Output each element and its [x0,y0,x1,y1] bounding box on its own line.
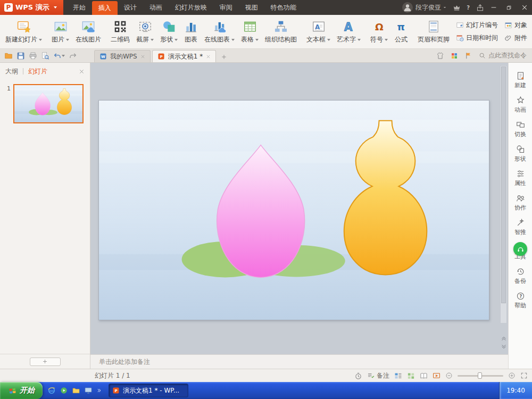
zoom-out-button[interactable] [445,372,453,379]
media-player-icon[interactable] [60,386,68,395]
membership-icon[interactable] [451,0,462,15]
zoom-in-button[interactable] [508,372,516,379]
ribbon-picture-button[interactable]: 图片 [48,16,72,47]
undo-button[interactable] [52,51,66,61]
print-preview-button[interactable] [39,51,51,61]
previous-slide-button[interactable] [501,335,507,342]
notes-toggle[interactable]: 备注 [367,371,389,380]
add-slide-button[interactable] [30,358,61,366]
ribbon-table-button[interactable]: 表格 [238,16,262,47]
next-slide-button[interactable] [501,344,507,350]
ribbon-formula-button[interactable]: π公式 [391,16,411,47]
editing-canvas[interactable] [90,63,508,354]
ribbon-screenshot-button[interactable]: 截屏 [133,16,157,47]
command-search[interactable]: 点此查找命令 [479,51,527,60]
sidebar-collaborate-button[interactable]: 协作 [509,190,532,215]
taskbar-window-button[interactable]: P 演示文稿1 * - WP... [109,384,188,397]
slide-thumbnail[interactable] [13,84,84,123]
flag-icon[interactable] [464,52,472,60]
sidebar-new-button[interactable]: 新建 [509,68,532,93]
outline-tab[interactable]: 大纲 [5,67,18,76]
explorer-icon[interactable] [72,386,80,395]
slide[interactable] [98,100,489,320]
reading-view-button[interactable] [420,372,428,380]
close-panel-icon[interactable] [79,69,85,74]
slides-tab[interactable]: 幻灯片 [28,67,47,76]
document-tab-bar: W我的WPSP演示文稿1 * 点此查找命令 [0,49,532,63]
sidebar-backup-button[interactable]: 备份 [509,264,532,288]
sidebar-shape-button[interactable]: 形状 [509,142,532,166]
ribbon-attachment-button[interactable]: 附件 [504,34,527,43]
ribbon-org-chart-button[interactable]: 组织结构图 [262,16,300,47]
ribbon-chart-button[interactable]: 图表 [181,16,201,47]
show-desktop-icon[interactable] [84,386,93,395]
side-collab-icon [516,194,525,203]
save-button[interactable] [15,51,27,61]
document-tab-my-wps[interactable]: W我的WPS [94,50,151,62]
menu-tab-animation[interactable]: 动画 [143,0,169,15]
ribbon-online-picture-button[interactable]: 在线图片 [72,16,104,47]
menu-tab-slideshow[interactable]: 幻灯片放映 [169,0,213,15]
ribbon-header-footer-button[interactable]: 页眉和页脚 [414,16,453,47]
menu-tab-insert[interactable]: 插入 [92,1,118,15]
sidebar-smart-recommend-button[interactable]: 智推 [509,215,532,239]
internet-explorer-icon[interactable] [47,386,56,395]
ribbon-symbol-button[interactable]: Ω符号 [367,16,391,47]
zoom-slider[interactable] [458,375,503,377]
ribbon-button-label: 幻灯片编号 [466,21,498,30]
ribbon-datetime-button[interactable]: 日期和时间 [456,34,498,43]
vertical-scrollbar[interactable] [500,65,507,323]
restore-button[interactable] [501,0,517,15]
slide-sorter-view-button[interactable] [407,372,415,380]
menu-tab-view[interactable]: 视图 [239,0,264,15]
skin-icon[interactable] [436,52,444,60]
minimize-button[interactable] [486,0,501,15]
zoom-slider-handle[interactable] [478,372,482,379]
sidebar-properties-button[interactable]: 属性 [509,166,532,190]
print-button[interactable] [27,51,39,61]
notes-area[interactable]: 单击此处添加备注 [90,354,508,369]
menu-tab-review[interactable]: 审阅 [213,0,239,15]
close-tab-icon[interactable] [140,54,145,59]
close-button[interactable] [517,0,532,15]
ribbon-new-slide-button[interactable]: 新建幻灯片 [2,16,45,47]
sidebar-help-button[interactable]: ?帮助 [509,288,532,313]
menu-tab-special-features[interactable]: 特色功能 [264,0,303,15]
ribbon-button-label: 在线图片 [76,35,101,44]
start-button[interactable]: 开始 [0,382,43,399]
sidebar-animation-button[interactable]: 动画 [509,93,532,117]
customer-service-badge[interactable] [513,242,527,256]
feedback-icon[interactable] [474,0,486,15]
document-tab-document1[interactable]: P演示文稿1 * [152,50,216,62]
rehearse-timer-icon[interactable] [354,372,362,380]
ribbon-shapes-button[interactable]: 形状 [157,16,181,47]
ribbon-textbox-button[interactable]: A文本框 [303,16,334,47]
textbox-icon: A [312,19,326,34]
close-tab-icon[interactable] [206,54,211,59]
slideshow-button[interactable] [433,372,440,380]
chart-icon [184,19,198,34]
apps-grid-icon[interactable] [451,52,458,60]
ribbon-qrcode-button[interactable]: 二维码 [107,16,133,47]
wps-app-menu[interactable]: P WPS 演示 [0,0,63,15]
header-footer-icon [427,19,440,34]
user-name[interactable]: 段字俊亚 [415,3,441,12]
quick-launch-expand-icon[interactable] [96,388,102,393]
menu-tab-design[interactable]: 设计 [118,0,143,15]
scrollbar-thumb[interactable] [501,66,506,303]
ribbon-online-chart-button[interactable]: 在线图表 [201,16,238,47]
help-icon[interactable]: ? [462,0,474,15]
user-avatar[interactable] [402,2,413,13]
menu-tab-home[interactable]: 开始 [66,0,92,15]
normal-view-button[interactable] [394,372,402,380]
open-button[interactable] [3,51,14,61]
ribbon-object-button[interactable]: 对象 [504,21,527,30]
ribbon-wordart-button[interactable]: A艺术字 [334,16,364,47]
new-tab-button[interactable] [219,52,229,62]
folder-icon [4,52,13,60]
sidebar-transition-button[interactable]: 切换 [509,117,532,142]
svg-text:Ω: Ω [375,21,383,32]
fit-slide-button[interactable] [520,372,528,379]
redo-button[interactable] [67,51,79,61]
ribbon-slide-number-button[interactable]: #幻灯片编号 [456,21,498,30]
